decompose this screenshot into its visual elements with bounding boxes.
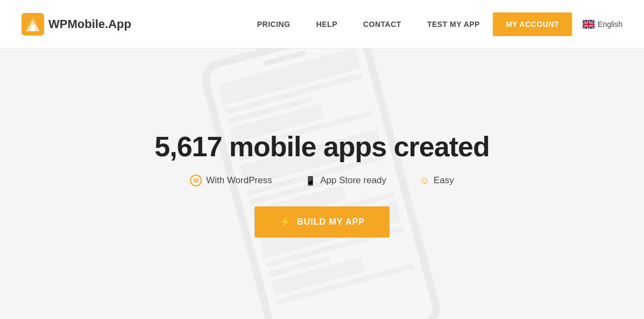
nav-test-my-app[interactable]: TEST MY APP [414,20,493,29]
nav-contact[interactable]: CONTACT [350,20,414,29]
hero-section: 5,617 mobile apps created W With WordPre… [0,48,644,319]
feature-separator-2: · [401,175,405,187]
header: WPMobile.App PRICING HELP CONTACT TEST M… [0,0,644,48]
lightning-icon: ⚡ [279,216,292,228]
feature-wordpress: W With WordPress [190,175,272,186]
logo-text: WPMobile.App [48,17,131,31]
language-label: English [598,20,622,29]
easy-icon: ☺ [420,175,429,186]
my-account-button[interactable]: MY ACCOUNT [493,12,572,36]
main-nav: PRICING HELP CONTACT TEST MY APP MY ACCO… [244,12,622,36]
feature-separator-1: · [287,175,291,187]
hero-title: 5,617 mobile apps created [154,130,489,163]
hero-content: 5,617 mobile apps created W With WordPre… [154,130,489,238]
nav-help[interactable]: HELP [303,20,350,29]
appstore-icon: 📱 [305,176,316,186]
nav-pricing[interactable]: PRICING [244,20,303,29]
feature-wordpress-label: With WordPress [206,175,272,186]
build-my-app-button[interactable]: ⚡ BUILD MY APP [254,206,390,238]
logo[interactable]: WPMobile.App [22,13,131,36]
feature-easy-label: Easy [434,175,454,186]
feature-appstore-label: App Store ready [320,175,386,186]
hero-features: W With WordPress · 📱 App Store ready · ☺… [154,175,489,187]
feature-appstore: 📱 App Store ready [305,175,386,186]
wordpress-icon: W [190,175,202,186]
feature-easy: ☺ Easy [420,175,454,186]
svg-rect-3 [31,25,35,31]
build-my-app-label: BUILD MY APP [297,217,365,227]
language-selector[interactable]: English [583,20,622,29]
